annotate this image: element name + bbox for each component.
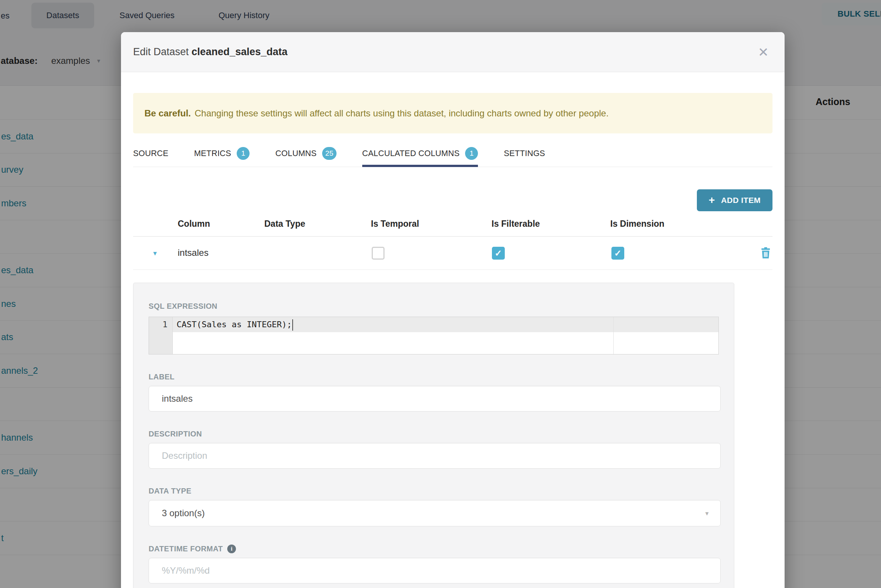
modal-body: Be careful. Changing these settings will… [121, 93, 785, 588]
warning-banner-text: Changing these settings will affect all … [195, 108, 609, 119]
tab-label: CALCULATED COLUMNS [362, 149, 460, 158]
header-column: Column [178, 219, 210, 229]
editor-gutter: 1 [149, 317, 173, 354]
add-item-button[interactable]: + ADD ITEM [697, 189, 772, 211]
close-icon[interactable]: ✕ [754, 44, 773, 60]
header-is-dimension: Is Dimension [610, 219, 664, 229]
tab-columns[interactable]: COLUMNS 25 [275, 142, 336, 167]
label-input[interactable] [149, 386, 721, 412]
column-detail-panel: SQL EXPRESSION 1 CAST(Sales as INTEGER);… [133, 283, 734, 588]
sql-code-line: CAST(Sales as INTEGER); [173, 317, 718, 332]
data-type-select[interactable]: 3 option(s) ▼ [149, 500, 721, 526]
add-item-label: ADD ITEM [721, 196, 761, 205]
tab-label: SOURCE [133, 149, 168, 158]
check-icon: ✓ [614, 248, 621, 258]
is-filterable-checkbox[interactable]: ✓ [492, 247, 505, 260]
check-icon: ✓ [495, 248, 502, 258]
app-root: es Datasets Saved Queries Query History … [0, 0, 881, 588]
tab-label: METRICS [194, 149, 231, 158]
editor-code-area[interactable]: CAST(Sales as INTEGER); [173, 317, 718, 354]
is-temporal-checkbox[interactable] [372, 247, 385, 260]
tab-metrics[interactable]: METRICS 1 [194, 142, 250, 167]
column-name: intsales [178, 248, 208, 258]
tab-settings[interactable]: SETTINGS [504, 142, 545, 167]
is-dimension-checkbox[interactable]: ✓ [611, 247, 624, 260]
warning-banner-bold: Be careful. [144, 108, 191, 119]
modal-tab-bar: SOURCE METRICS 1 COLUMNS 25 CALCULATED C… [133, 142, 772, 167]
field-label-text: LABEL [149, 373, 175, 381]
sql-code-text: CAST(Sales as INTEGER); [177, 320, 292, 329]
calculated-columns-toolbar: + ADD ITEM [133, 189, 772, 212]
modal-title: Edit Dataset cleaned_sales_data [133, 46, 287, 58]
columns-grid-header: Column Data Type Is Temporal Is Filterab… [133, 212, 772, 237]
modal-title-prefix: Edit Dataset [133, 46, 189, 57]
field-label-text: DATETIME FORMAT [149, 545, 223, 553]
field-label-text: DATA TYPE [149, 487, 191, 495]
sql-expression-editor[interactable]: 1 CAST(Sales as INTEGER); [149, 317, 719, 354]
tab-count-badge: 1 [465, 147, 478, 160]
data-type-field-label: DATA TYPE [149, 487, 719, 495]
label-field-label: LABEL [149, 373, 719, 381]
warning-banner: Be careful. Changing these settings will… [133, 93, 772, 133]
info-icon[interactable]: i [227, 545, 236, 553]
collapse-caret-icon[interactable]: ▼ [152, 250, 158, 257]
field-label-text: SQL EXPRESSION [149, 302, 217, 311]
line-number: 1 [149, 317, 172, 332]
sql-expression-label: SQL EXPRESSION [149, 302, 719, 311]
calculated-column-row: ▼ intsales ✓ ✓ [133, 237, 772, 270]
modal-header: Edit Dataset cleaned_sales_data ✕ [121, 32, 785, 72]
field-label-text: DESCRIPTION [149, 430, 202, 438]
tab-label: COLUMNS [275, 149, 316, 158]
trash-icon[interactable] [760, 247, 771, 260]
description-input[interactable] [149, 443, 721, 469]
tab-label: SETTINGS [504, 149, 545, 158]
modal-title-dataset-name: cleaned_sales_data [192, 46, 288, 57]
plus-icon: + [709, 195, 715, 206]
edit-dataset-modal: Edit Dataset cleaned_sales_data ✕ Be car… [121, 32, 785, 588]
data-type-value: 3 option(s) [162, 508, 205, 518]
header-is-temporal: Is Temporal [371, 219, 419, 229]
datetime-format-input[interactable] [149, 558, 721, 583]
tab-source[interactable]: SOURCE [133, 142, 168, 167]
tab-calculated-columns[interactable]: CALCULATED COLUMNS 1 [362, 142, 478, 167]
text-cursor [292, 319, 293, 331]
tab-count-badge: 1 [237, 147, 250, 160]
header-is-filterable: Is Filterable [492, 219, 540, 229]
select-caret-icon: ▼ [704, 510, 710, 517]
header-data-type: Data Type [264, 219, 305, 229]
datetime-format-field-label: DATETIME FORMAT i [149, 545, 719, 553]
tab-count-badge: 25 [322, 147, 337, 160]
description-field-label: DESCRIPTION [149, 430, 719, 438]
